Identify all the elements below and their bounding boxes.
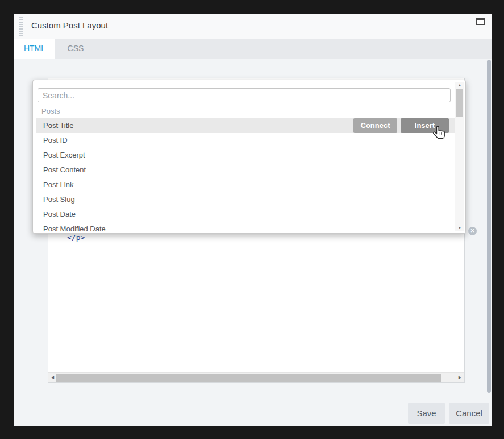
list-item-label: Post Excerpt	[43, 151, 85, 159]
group-label-posts: Posts	[41, 107, 60, 115]
field-list: Post Title Connect Insert Post ID Post E…	[36, 118, 456, 234]
dialog-content: </p> ◀ ▶ Posts Post Title Connect Inse	[14, 59, 492, 426]
insert-button[interactable]: Insert	[401, 118, 449, 133]
list-item-label: Post Title	[43, 121, 73, 130]
list-item-post-slug[interactable]: Post Slug	[36, 192, 456, 207]
list-item-label: Post Date	[43, 210, 76, 218]
close-icon[interactable]: ✕	[468, 227, 477, 235]
scroll-right-icon[interactable]: ▶	[456, 373, 464, 382]
list-item-label: Post Modified Date	[43, 225, 106, 233]
tab-css[interactable]: CSS	[55, 39, 96, 59]
list-item-post-modified-date[interactable]: Post Modified Date	[36, 222, 456, 234]
list-item-post-title[interactable]: Post Title Connect Insert	[36, 118, 456, 133]
list-item-label: Post Link	[43, 180, 73, 189]
dialog-title: Custom Post Layout	[31, 20, 108, 30]
list-item-post-date[interactable]: Post Date	[36, 207, 456, 222]
list-item-label: Post Content	[43, 165, 86, 174]
list-item-label: Post ID	[43, 136, 68, 144]
dropdown-scrollbar[interactable]: ▲ ▼	[455, 82, 464, 231]
list-item-post-content[interactable]: Post Content	[36, 163, 456, 177]
code-text: </p>	[67, 233, 85, 242]
dropdown-scrollbar-thumb[interactable]	[456, 89, 463, 117]
overlay-backdrop: Custom Post Layout HTML CSS </p> ◀ ▶	[0, 0, 504, 439]
cancel-button[interactable]: Cancel	[449, 403, 489, 424]
scroll-up-icon[interactable]: ▲	[455, 82, 464, 89]
window-icon[interactable]	[476, 18, 485, 25]
field-picker-dropdown: Posts Post Title Connect Insert Post ID …	[32, 80, 466, 234]
dialog-scrollbar-thumb[interactable]	[487, 60, 491, 393]
list-item-post-excerpt[interactable]: Post Excerpt	[36, 148, 456, 163]
tab-bar: HTML CSS	[14, 39, 492, 59]
drag-handle-icon[interactable]	[19, 17, 23, 36]
list-item-label: Post Slug	[43, 195, 75, 204]
list-item-post-link[interactable]: Post Link	[36, 177, 456, 192]
save-button[interactable]: Save	[408, 403, 445, 424]
custom-post-layout-dialog: Custom Post Layout HTML CSS </p> ◀ ▶	[14, 14, 492, 426]
row-action-buttons: Connect Insert	[353, 118, 449, 133]
scroll-down-icon[interactable]: ▼	[455, 225, 464, 231]
connect-button[interactable]: Connect	[353, 118, 397, 133]
horizontal-scrollbar-thumb[interactable]	[56, 374, 441, 382]
search-input[interactable]	[38, 88, 451, 102]
dialog-titlebar: Custom Post Layout	[14, 14, 492, 39]
tab-html[interactable]: HTML	[14, 39, 55, 59]
list-item-post-id[interactable]: Post ID	[36, 133, 456, 148]
editor-horizontal-scrollbar[interactable]: ◀ ▶	[48, 372, 464, 382]
